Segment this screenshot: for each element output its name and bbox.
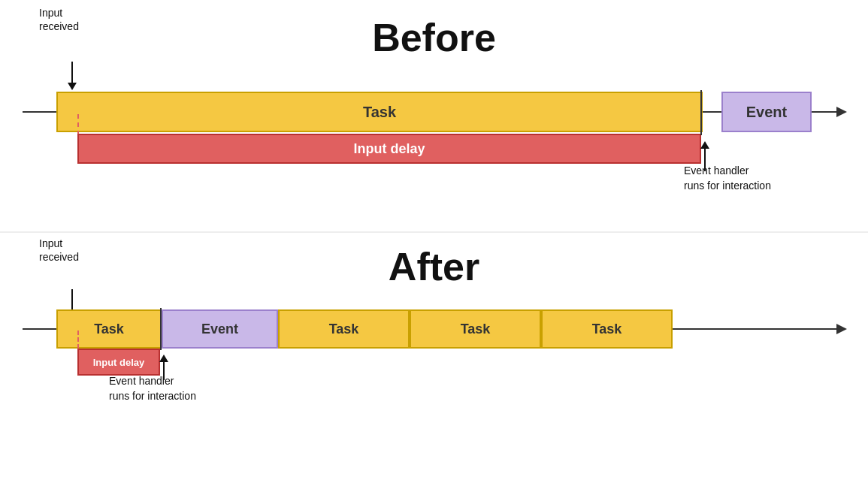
label-event-handler-before: Event handler runs for interaction — [684, 164, 771, 193]
section-after: After Input received Task Event Task Tas… — [0, 233, 868, 486]
dotted-line-after — [77, 331, 79, 349]
label-input-received-after: Input received — [39, 237, 79, 264]
task-bar-after-2: Task — [278, 309, 410, 349]
timeline-after-arrow — [836, 324, 847, 334]
section-before: Before Input received Task Event Input d… — [0, 0, 868, 233]
event-bar-before: Event — [721, 92, 812, 132]
event-bar-after: Event — [162, 309, 278, 349]
arrow-line — [71, 289, 73, 310]
arrow-head-up — [700, 141, 709, 149]
task-bar-after-1: Task — [56, 309, 162, 349]
task-bar-after-4: Task — [541, 309, 673, 349]
junction-line-before — [700, 90, 702, 135]
task-bar-after-3: Task — [410, 309, 541, 349]
label-input-received-before: Input received — [39, 6, 79, 33]
arrow-head — [68, 83, 77, 90]
arrow-head-up — [159, 355, 168, 362]
label-event-handler-after: Event handler runs for interaction — [109, 374, 196, 403]
task-bar-before: Task — [56, 92, 703, 132]
title-before: Before — [372, 15, 496, 60]
arrow-down-input-before — [68, 62, 77, 90]
input-delay-after: Input delay — [77, 349, 160, 376]
junction-line-after-1 — [160, 308, 162, 350]
input-delay-before: Input delay — [77, 134, 701, 164]
dotted-line-before — [77, 114, 79, 135]
arrow-line — [71, 62, 73, 83]
timeline-before-arrow — [836, 107, 847, 117]
title-after: After — [389, 244, 479, 289]
diagram-container: Before Input received Task Event Input d… — [0, 0, 868, 486]
